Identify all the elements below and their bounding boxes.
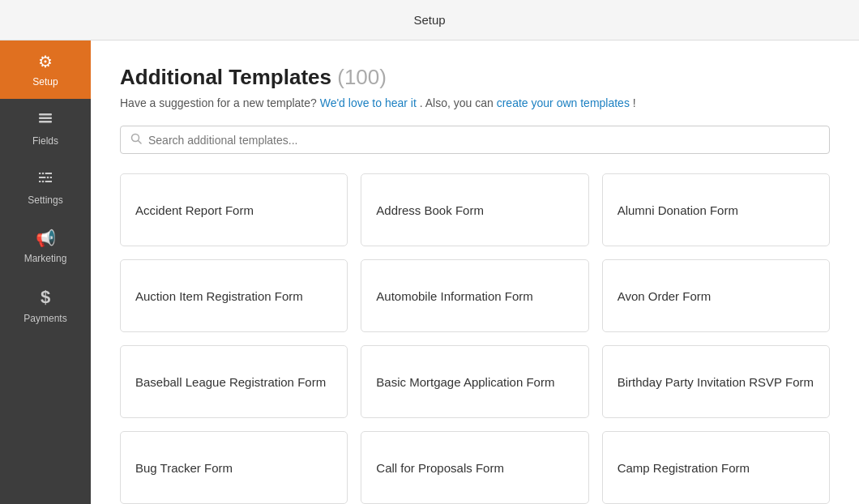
sidebar-item-fields[interactable]: Fields <box>0 99 91 158</box>
search-input[interactable] <box>148 134 819 147</box>
template-card[interactable]: Accident Report Form <box>120 173 348 246</box>
sidebar-item-label: Fields <box>32 135 58 147</box>
template-card[interactable]: Bug Tracker Form <box>120 431 348 504</box>
topbar-title: Setup <box>413 13 445 27</box>
subtitle: Have a suggestion for a new template? We… <box>120 96 830 109</box>
payments-icon: $ <box>41 287 50 308</box>
template-card[interactable]: Automobile Information Form <box>361 259 588 332</box>
fields-icon <box>37 110 53 130</box>
gear-icon: ⚙ <box>38 52 53 71</box>
svg-point-8 <box>41 180 45 183</box>
sidebar-item-label: Payments <box>24 313 66 324</box>
template-card[interactable]: Address Book Form <box>361 173 588 246</box>
sidebar-item-label: Settings <box>28 194 62 206</box>
sidebar-item-label: Setup <box>32 76 58 88</box>
sidebar: ⚙ Setup Fields <box>0 41 91 504</box>
template-card[interactable]: Baseball League Registration Form <box>120 345 348 418</box>
template-card[interactable]: Avon Order Form <box>602 259 830 332</box>
template-card[interactable]: Camp Registration Form <box>602 431 830 504</box>
marketing-icon: 📢 <box>36 229 56 248</box>
svg-rect-1 <box>39 117 52 120</box>
template-card[interactable]: Birthday Party Invitation RSVP Form <box>602 345 830 418</box>
sidebar-item-label: Marketing <box>24 253 67 264</box>
sidebar-item-setup[interactable]: ⚙ Setup <box>0 41 91 99</box>
svg-rect-0 <box>39 113 52 116</box>
svg-point-4 <box>41 172 45 175</box>
suggest-link[interactable]: We'd love to hear it <box>320 96 417 109</box>
page-title: Additional Templates (100) <box>120 65 830 90</box>
main-content: Additional Templates (100) Have a sugges… <box>91 41 859 504</box>
template-card[interactable]: Auction Item Registration Form <box>120 259 348 332</box>
settings-icon <box>37 169 53 190</box>
create-templates-link[interactable]: create your own templates <box>497 96 630 109</box>
sidebar-item-marketing[interactable]: 📢 Marketing <box>0 217 91 275</box>
svg-rect-2 <box>39 121 52 123</box>
sidebar-item-settings[interactable]: Settings <box>0 158 91 217</box>
search-bar <box>120 126 830 154</box>
search-icon <box>130 133 142 147</box>
template-card[interactable]: Basic Mortgage Application Form <box>361 345 588 418</box>
template-card[interactable]: Alumni Donation Form <box>602 173 830 246</box>
sidebar-item-payments[interactable]: $ Payments <box>0 275 91 335</box>
templates-grid: Accident Report FormAddress Book FormAlu… <box>120 173 830 504</box>
template-card[interactable]: Call for Proposals Form <box>361 431 588 504</box>
svg-line-10 <box>139 141 142 144</box>
svg-point-6 <box>46 176 49 179</box>
